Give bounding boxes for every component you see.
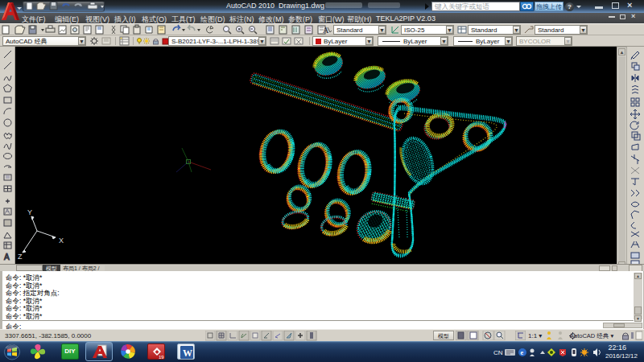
svg-text:Z: Z — [18, 253, 23, 261]
svg-text:X: X — [59, 237, 64, 245]
svg-text:A: A — [323, 26, 329, 35]
svg-text:A: A — [4, 253, 10, 261]
svg-text:e: e — [521, 349, 524, 356]
svg-text:Y: Y — [27, 208, 32, 216]
svg-text:W: W — [183, 348, 192, 359]
svg-text:19: 19 — [159, 355, 164, 360]
